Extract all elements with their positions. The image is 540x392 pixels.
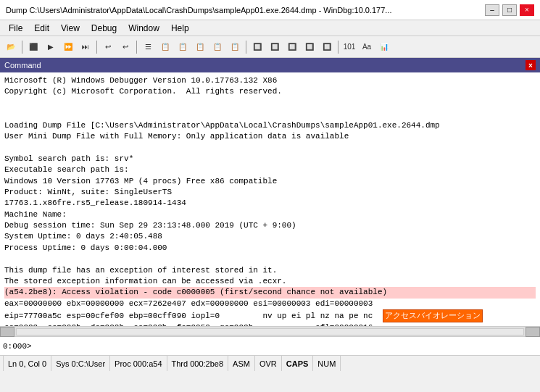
output-line-10: Debug session time: Sun Sep 29 23:13:48.… xyxy=(4,220,536,231)
status-bar: Ln 0, Col 0 Sys 0:C:\User Proc 000:a54 T… xyxy=(0,355,540,371)
minimize-button[interactable]: – xyxy=(485,4,499,16)
command-input[interactable] xyxy=(32,342,537,351)
command-panel-header: Command × xyxy=(0,58,540,72)
toolbar-btn-8[interactable]: 📋 xyxy=(157,39,173,55)
menu-edit[interactable]: Edit xyxy=(28,22,55,35)
output-line-8: 17763.1.x86fre.rs5_release.180914-1434 xyxy=(4,198,536,209)
output-line-5: Executable search path is: xyxy=(4,164,536,175)
toolbar-btn-15[interactable]: 🔲 xyxy=(284,39,300,55)
output-line-access-violation: (a54.2be8): Access violation - code c000… xyxy=(4,287,536,298)
menu-file[interactable]: File xyxy=(3,22,28,35)
annotation-label: アクセスバイオレーション xyxy=(383,309,483,322)
console-output[interactable]: Microsoft (R) Windows Debugger Version 1… xyxy=(0,72,540,326)
status-num: NUM xyxy=(313,356,341,371)
horizontal-scrollbar[interactable] xyxy=(0,326,540,336)
menu-help[interactable]: Help xyxy=(165,22,195,35)
scroll-track[interactable] xyxy=(16,328,524,335)
toolbar-separator-1 xyxy=(22,41,22,54)
output-line-blank-2 xyxy=(4,109,536,120)
menu-window[interactable]: Window xyxy=(122,22,165,35)
toolbar-btn-9[interactable]: 📋 xyxy=(175,39,191,55)
toolbar-btn-1[interactable]: ⬛ xyxy=(25,39,41,55)
output-line-12: Process Uptime: 0 days 0:00:04.000 xyxy=(4,243,536,254)
output-line-3: User Mini Dump File with Full Memory: On… xyxy=(4,131,536,142)
command-panel-close[interactable]: × xyxy=(526,60,536,70)
toolbar-btn-4[interactable]: ⏭ xyxy=(78,39,94,55)
output-line-7: Product: WinNt, suite: SingleUserTS xyxy=(4,187,536,198)
output-line-2: Loading Dump File [C:\Users\Administrato… xyxy=(4,120,536,131)
status-sys: Sys 0:C:\User xyxy=(51,356,110,371)
output-line-14: The stored exception information can be … xyxy=(4,276,536,287)
status-caps: CAPS xyxy=(282,356,314,371)
toolbar-btn-6[interactable]: ↩ xyxy=(117,39,133,55)
toolbar-btn-3[interactable]: ⏩ xyxy=(60,39,76,55)
output-line-4: Symbol search path is: srv* xyxy=(4,154,536,164)
output-line-1: Copyright (c) Microsoft Corporation. All… xyxy=(4,86,536,97)
toolbar: 📂 ⬛ ▶ ⏩ ⏭ ↩ ↩ ☰ 📋 📋 📋 📋 📋 🔲 🔲 🔲 🔲 🔲 101 … xyxy=(0,36,540,58)
maximize-button[interactable]: □ xyxy=(502,4,517,16)
toolbar-btn-5[interactable]: ↩ xyxy=(100,39,116,55)
toolbar-btn-16[interactable]: 🔲 xyxy=(302,39,317,55)
toolbar-btn-7[interactable]: ☰ xyxy=(140,39,156,55)
toolbar-open-btn[interactable]: 📂 xyxy=(3,39,19,55)
toolbar-btn-12[interactable]: 📋 xyxy=(227,39,243,55)
toolbar-btn-19[interactable]: Aa xyxy=(359,39,375,55)
window-controls: – □ × xyxy=(485,4,534,16)
toolbar-separator-5 xyxy=(338,41,338,54)
toolbar-btn-11[interactable]: 📋 xyxy=(209,39,225,55)
close-button[interactable]: × xyxy=(520,4,534,16)
command-panel-title: Command xyxy=(4,61,41,70)
toolbar-btn-10[interactable]: 📋 xyxy=(192,39,208,55)
output-line-blank-3 xyxy=(4,142,536,153)
output-line-15: eax=00000000 ebx=00000000 ecx=7262e407 e… xyxy=(4,299,536,309)
scroll-right-btn[interactable] xyxy=(526,327,540,337)
toolbar-btn-14[interactable]: 🔲 xyxy=(267,39,283,55)
toolbar-btn-17[interactable]: 🔲 xyxy=(319,39,335,55)
status-thrd: Thrd 000:2be8 xyxy=(167,356,229,371)
command-input-area: 0:000> xyxy=(0,336,540,355)
scroll-left-btn[interactable] xyxy=(0,327,14,337)
menu-view[interactable]: View xyxy=(55,22,86,35)
status-asm: ASM xyxy=(228,356,255,371)
output-line-9: Machine Name: xyxy=(4,209,536,220)
status-ln-col: Ln 0, Col 0 xyxy=(3,356,51,371)
output-line-blank-1 xyxy=(4,98,536,109)
toolbar-separator-3 xyxy=(136,41,137,54)
window-title: Dump C:\Users\Administrator\AppData\Loca… xyxy=(6,6,485,14)
status-proc: Proc 000:a54 xyxy=(110,356,167,371)
title-bar: Dump C:\Users\Administrator\AppData\Loca… xyxy=(0,0,540,20)
menu-debug[interactable]: Debug xyxy=(86,22,122,35)
output-line-11: System Uptime: 0 days 2:40:05.488 xyxy=(4,231,536,242)
output-line-16: eip=77700a5c esp=00cfef00 ebp=00cff090 i… xyxy=(4,309,536,322)
status-ovr: OVR xyxy=(255,356,282,371)
toolbar-separator-2 xyxy=(96,41,97,54)
toolbar-btn-13[interactable]: 🔲 xyxy=(249,39,265,55)
toolbar-separator-4 xyxy=(246,41,246,54)
toolbar-btn-18[interactable]: 101 xyxy=(341,39,357,55)
output-line-6: Windows 10 Version 17763 MP (4 procs) Fr… xyxy=(4,176,536,187)
output-line-13: This dump file has an exception of inter… xyxy=(4,265,536,276)
command-prompt: 0:000> xyxy=(3,342,32,351)
toolbar-btn-2[interactable]: ▶ xyxy=(43,39,59,55)
output-line-blank-4 xyxy=(4,254,536,264)
menu-bar: File Edit View Debug Window Help xyxy=(0,20,540,36)
output-line-0: Microsoft (R) Windows Debugger Version 1… xyxy=(4,75,536,86)
toolbar-btn-20[interactable]: 📊 xyxy=(376,39,392,55)
